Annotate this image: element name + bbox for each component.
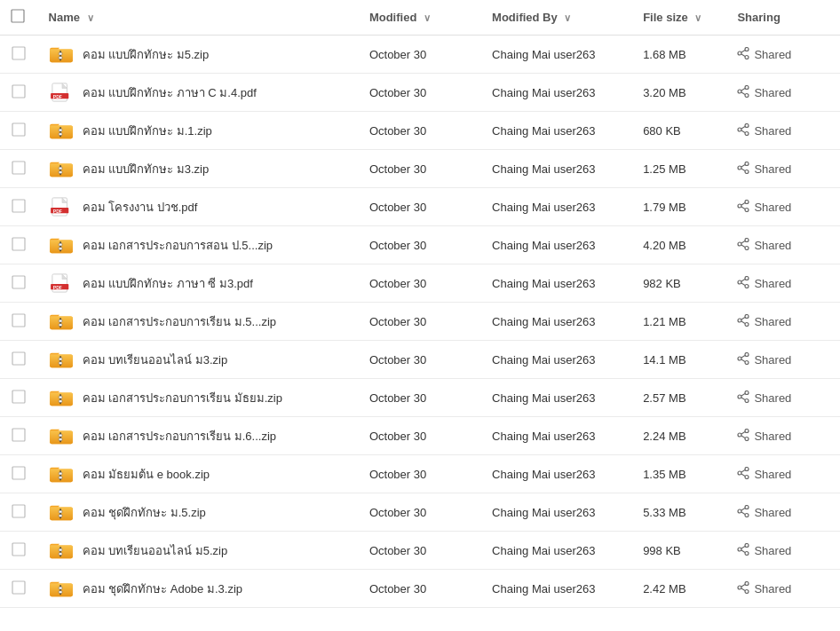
modified-date: October 30 [359, 112, 481, 150]
row-checkbox[interactable] [0, 341, 38, 379]
modified-by: Chaing Mai user263 [481, 303, 632, 341]
svg-rect-85 [50, 355, 73, 368]
file-name-cell[interactable]: คอม ชุดฝึกทักษะ ม.5.zip [38, 493, 359, 532]
file-name-cell[interactable]: คอม บทเรียนออนไลน์ ม5.zip [38, 532, 359, 570]
sharing-label: Shared [754, 48, 791, 61]
table-row[interactable]: คอม เอกสารประกอบการสอน ป.5...zipOctober … [0, 226, 840, 264]
file-name-cell[interactable]: PDF คอม แบบฝึกทักษะ ภาษา C ม.4.pdf [38, 74, 359, 112]
row-checkbox[interactable] [0, 379, 38, 417]
svg-point-78 [745, 314, 749, 318]
modified-by: Chaing Mai user263 [481, 455, 632, 493]
svg-rect-26 [59, 133, 62, 136]
table-row[interactable]: คอม แบบฝึกทักษะ ม3.zipOctober 30Chaing M… [0, 150, 840, 188]
file-name-cell[interactable]: คอม เอกสารประกอบการเรียน ม.6...zip [38, 417, 359, 455]
svg-point-47 [745, 200, 749, 203]
file-name-cell[interactable]: คอม แบบฝึกทักษะ ม5.zip [38, 35, 359, 74]
row-checkbox[interactable] [0, 303, 38, 341]
sharing-status: Shared [726, 226, 840, 264]
share-icon [737, 47, 749, 62]
row-checkbox[interactable] [0, 150, 38, 188]
share-icon [737, 238, 749, 253]
file-name-cell[interactable]: คอม เอกสารประกอบการสอน ป.5...zip [38, 226, 359, 264]
file-name-cell[interactable]: คอม แบบฝึกทักษะ ม3.zip [38, 150, 359, 188]
svg-point-133 [745, 505, 749, 509]
table-row[interactable]: PDF คอม แบบฝึกทักษะ ภาษา ซี ม3.pdfOctobe… [0, 264, 840, 303]
table-row[interactable]: คอม ชุดฝึกทักษะ Adobe ม.3.zipOctober 30C… [0, 570, 840, 608]
row-checkbox[interactable] [0, 493, 38, 532]
modified-date: October 30 [359, 188, 481, 226]
svg-line-147 [741, 546, 745, 548]
row-checkbox[interactable] [0, 112, 38, 150]
svg-rect-72 [12, 314, 25, 327]
table-row[interactable]: คอม แบบฝึกทักษะ ม.1.zipOctober 30Chaing … [0, 112, 840, 150]
row-checkbox[interactable] [0, 417, 38, 455]
svg-point-91 [738, 357, 741, 360]
svg-rect-63 [12, 276, 25, 288]
row-checkbox[interactable] [0, 35, 38, 74]
file-name-label: คอม บทเรียนออนไลน์ ม3.zip [83, 351, 228, 369]
sharing-status: Shared [726, 379, 840, 417]
row-checkbox[interactable] [0, 74, 38, 112]
share-icon [737, 581, 749, 596]
file-name-cell[interactable]: คอม มัธยมต้น e book.zip [38, 455, 359, 493]
svg-point-144 [745, 543, 749, 547]
modified-by: Chaing Mai user263 [481, 570, 632, 608]
file-name-cell[interactable]: คอม แบบฝึกทักษะ ม.1.zip [38, 112, 359, 150]
svg-point-157 [738, 586, 741, 589]
svg-point-79 [745, 322, 749, 326]
table-row[interactable]: PDF คอม โครงงาน ปวช.pdfOctober 30Chaing … [0, 188, 840, 226]
table-row[interactable]: คอม ชุดฝึกทักษะ ม.5.zipOctober 30Chaing … [0, 493, 840, 532]
svg-rect-132 [59, 515, 62, 517]
column-header-filesize[interactable]: File size ∨ [632, 0, 726, 35]
file-size: 1.21 MB [632, 303, 726, 341]
svg-rect-3 [50, 50, 73, 63]
column-header-modified[interactable]: Modified ∨ [359, 0, 481, 35]
file-name-cell[interactable]: PDF คอม แบบฝึกทักษะ ภาษา ซี ม3.pdf [38, 264, 359, 303]
zip-icon [49, 579, 74, 598]
svg-line-50 [741, 202, 745, 205]
table-row[interactable]: คอม บทเรียนออนไลน์ ม3.zipOctober 30Chain… [0, 341, 840, 379]
row-checkbox[interactable] [0, 532, 38, 570]
file-name-label: คอม โครงงาน ปวช.pdf [83, 198, 198, 217]
row-checkbox[interactable] [0, 264, 38, 303]
svg-point-123 [745, 475, 749, 478]
file-name-cell[interactable]: PDF คอม โครงงาน ปวช.pdf [38, 188, 359, 226]
file-size: 5.33 MB [632, 493, 726, 532]
file-name-cell[interactable]: คอม เอกสารประกอบการเรียน มัธยม.zip [38, 379, 359, 417]
file-name-cell[interactable]: คอม เอกสารประกอบการเรียน ม.5...zip [38, 303, 359, 341]
svg-rect-25 [59, 129, 62, 131]
file-size: 1.79 MB [632, 188, 726, 226]
row-checkbox[interactable] [0, 226, 38, 264]
sort-arrow-modified: ∨ [424, 12, 431, 23]
sharing-status: Shared [726, 150, 840, 188]
share-icon [737, 123, 749, 138]
modified-by: Chaing Mai user263 [481, 493, 632, 532]
row-checkbox[interactable] [0, 570, 38, 608]
table-row[interactable]: คอม เอกสารประกอบการเรียน มัธยม.zipOctobe… [0, 379, 840, 417]
sharing-label: Shared [754, 430, 791, 443]
svg-rect-99 [59, 400, 62, 403]
svg-point-156 [745, 589, 749, 593]
file-size: 2.42 MB [632, 570, 726, 608]
svg-point-134 [745, 513, 749, 517]
svg-point-49 [738, 204, 741, 208]
table-row[interactable]: คอม เอกสารประกอบการเรียน ม.5...zipOctobe… [0, 303, 840, 341]
table-row[interactable]: คอม มัธยมต้น e book.zipOctober 30Chaing … [0, 455, 840, 493]
svg-line-20 [741, 92, 745, 95]
svg-line-10 [741, 50, 745, 52]
table-row[interactable]: คอม บทเรียนออนไลน์ ม5.zipOctober 30Chain… [0, 532, 840, 570]
table-row[interactable]: คอม เอกสารประกอบการเรียน ม.6...zipOctobe… [0, 417, 840, 455]
svg-line-93 [741, 359, 745, 362]
row-checkbox[interactable] [0, 188, 38, 226]
svg-line-115 [741, 436, 745, 438]
column-header-name[interactable]: Name ∨ [38, 0, 359, 35]
share-icon [737, 467, 749, 482]
file-name-cell[interactable]: คอม บทเรียนออนไลน์ ม3.zip [38, 341, 359, 379]
row-checkbox[interactable] [0, 455, 38, 493]
column-header-modified-by[interactable]: Modified By ∨ [481, 0, 632, 35]
file-name-cell[interactable]: คอม ชุดฝึกทักษะ Adobe ม.3.zip [38, 570, 359, 608]
table-row[interactable]: PDF คอม แบบฝึกทักษะ ภาษา C ม.4.pdfOctobe… [0, 74, 840, 112]
file-name-label: คอม เอกสารประกอบการเรียน ม.6...zip [83, 427, 277, 446]
svg-line-30 [741, 126, 745, 129]
table-row[interactable]: คอม แบบฝึกทักษะ ม5.zipOctober 30Chaing M… [0, 35, 840, 74]
